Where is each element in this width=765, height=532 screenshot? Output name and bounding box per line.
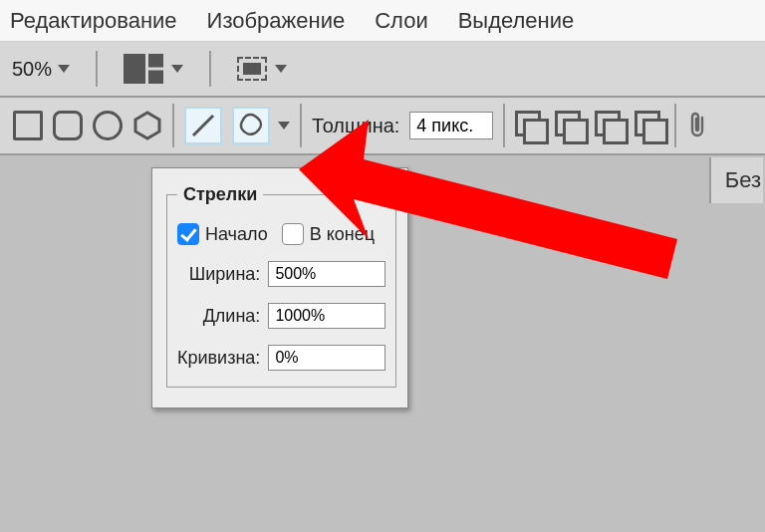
line-tool-button[interactable] <box>184 107 222 144</box>
shape-toolbar: Толщина: <box>0 98 765 155</box>
length-label: Длина: <box>203 306 261 327</box>
thickness-group: Толщина: <box>302 98 503 153</box>
path-ops-group <box>505 98 674 153</box>
subtract-icon[interactable] <box>555 111 585 140</box>
checkbox-checked-icon <box>177 223 199 245</box>
start-checkbox-wrap[interactable]: Начало <box>177 223 268 245</box>
menu-edit[interactable]: Редактирование <box>10 8 177 34</box>
zoom-dropdown[interactable]: 50% <box>12 58 70 81</box>
screen-mode-icon <box>237 57 267 81</box>
curve-label: Кривизна: <box>177 348 260 369</box>
chevron-down-icon <box>275 65 287 73</box>
menu-image[interactable]: Изображение <box>207 8 346 34</box>
right-truncated-label: Без <box>709 157 763 203</box>
combine-icon[interactable] <box>515 111 545 140</box>
ellipse-icon[interactable] <box>93 111 123 140</box>
paperclip-icon[interactable] <box>686 111 708 140</box>
width-input[interactable] <box>268 261 385 287</box>
custom-shape-button[interactable] <box>232 107 270 144</box>
arrows-fieldset: Стрелки Начало В конец Ширина: Длина: Кр… <box>166 184 396 388</box>
popup-title: Стрелки <box>177 184 263 205</box>
misc-group <box>676 98 718 153</box>
rounded-rectangle-icon[interactable] <box>53 111 83 140</box>
separator <box>96 51 98 87</box>
exclude-icon[interactable] <box>635 111 664 140</box>
line-group <box>174 98 300 153</box>
end-label: В конец <box>310 224 375 245</box>
chevron-down-icon[interactable] <box>278 122 290 130</box>
curve-input[interactable] <box>268 345 385 371</box>
thickness-input[interactable] <box>409 112 493 139</box>
svg-line-1 <box>193 116 213 135</box>
zoom-value: 50% <box>12 58 52 81</box>
menu-layers[interactable]: Слои <box>375 8 428 34</box>
start-label: Начало <box>205 224 268 245</box>
polygon-icon[interactable] <box>132 111 162 140</box>
menu-bar: Редактирование Изображение Слои Выделени… <box>0 0 765 42</box>
intersect-icon[interactable] <box>595 111 625 140</box>
arrows-popup: Стрелки Начало В конец Ширина: Длина: Кр… <box>151 167 408 408</box>
menu-select[interactable]: Выделение <box>458 8 575 34</box>
thickness-label: Толщина: <box>312 115 399 137</box>
chevron-down-icon <box>171 65 183 73</box>
layout-icon <box>124 54 163 84</box>
rectangle-icon[interactable] <box>13 111 43 140</box>
length-input[interactable] <box>268 303 385 329</box>
width-label: Ширина: <box>189 264 261 285</box>
end-checkbox-wrap[interactable]: В конец <box>282 223 375 245</box>
checkbox-unchecked-icon <box>282 223 304 245</box>
options-bar: 50% <box>0 42 765 98</box>
layout-dropdown[interactable] <box>124 54 183 84</box>
svg-marker-0 <box>135 113 159 138</box>
shape-group <box>3 98 172 153</box>
chevron-down-icon <box>58 65 70 73</box>
separator <box>209 51 211 87</box>
screen-mode-dropdown[interactable] <box>237 57 287 81</box>
